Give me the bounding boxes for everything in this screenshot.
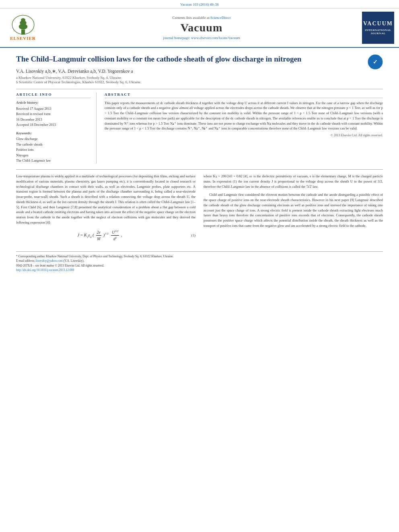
keyword-3: Positive ions: [16, 147, 90, 153]
history-revised-date: 16 December 2013: [16, 117, 90, 123]
divider-body: [16, 169, 383, 170]
article-info-heading: ARTICLE INFO: [16, 92, 90, 98]
authors: V.A. Lisovskiy a,b,∗, V.A. Derevianko a,…: [16, 68, 383, 74]
history-accepted: Accepted 18 December 2013: [16, 122, 90, 128]
history-received: Received 17 August 2013: [16, 106, 90, 112]
body-right-col: where K₁ = 200/243 = 0.82 [4], ε₀ is the…: [204, 174, 383, 246]
divider-top: [16, 89, 383, 89]
equation-u-numer: U3/2: [111, 229, 119, 236]
keyword-5: The Child–Langmuir law: [16, 158, 90, 164]
body-para-1: Low-temperature plasma is widely applied…: [16, 174, 195, 225]
footnote-doi: http://dx.doi.org/10.1016/j.vacuum.2013.…: [16, 268, 383, 272]
journal-volume-info: Vacuum 103 (2014) 49–56: [180, 2, 219, 6]
equation-block: J = K1ε0 ( 2e M )1/2 U3/2 d2 ,: [16, 229, 195, 242]
article-title: The Child–Langmuir collision laws for th…: [16, 54, 383, 64]
affiliation-a: a Kharkov National University, 61022 Kha…: [16, 76, 383, 80]
elsevier-brand-label: ELSEVIER: [10, 36, 36, 41]
keyword-1: Glow discharge: [16, 136, 90, 142]
body-left-col: Low-temperature plasma is widely applied…: [16, 174, 195, 246]
equation-numerator: 2e: [96, 229, 101, 236]
body-para-right-2: Child and Langmuir first considered the …: [204, 192, 383, 228]
svg-text:CrossMark: CrossMark: [370, 66, 380, 69]
journal-name: Vacuum: [45, 21, 358, 34]
copyright-line: © 2013 Elsevier Ltd. All rights reserved…: [105, 134, 383, 137]
keyword-4: Nitrogen: [16, 153, 90, 158]
abstract-col: ABSTRACT This paper reports the measurem…: [105, 92, 383, 164]
footnote-3: 0042-207X/$ – see front matter © 2013 El…: [16, 263, 383, 268]
journal-homepage: journal homepage: www.elsevier.com/locat…: [45, 36, 358, 40]
svg-text:✓: ✓: [373, 59, 378, 65]
keyword-2: The cathode sheath: [16, 142, 90, 148]
equation-fraction: 2e M: [96, 229, 101, 242]
svg-rect-0: [21, 29, 25, 35]
equation-u-frac: U3/2 d2: [111, 229, 119, 242]
contents-available-text: Contents lists available at ScienceDirec…: [45, 16, 358, 20]
abstract-heading: ABSTRACT: [105, 92, 383, 98]
sciencedirect-link[interactable]: ScienceDirect: [210, 16, 230, 20]
keywords-label: Keywords:: [16, 131, 90, 135]
equation-lhs: J: [77, 232, 79, 237]
equation-equals: =: [80, 232, 84, 237]
equation-content: J = K1ε0 ( 2e M )1/2 U3/2 d2 ,: [16, 229, 183, 242]
equation-paren-open: (: [93, 232, 94, 237]
journal-header: ELSEVIER Contents lists available at Sci…: [0, 8, 399, 48]
history-revised-label: Received in revised form: [16, 111, 90, 117]
body-section: Low-temperature plasma is widely applied…: [16, 174, 383, 272]
affiliations: a Kharkov National University, 61022 Kha…: [16, 76, 383, 84]
equation-u-denom: d2: [113, 236, 118, 242]
footnote-2: E-mail address: lisovskiy@yahoo.com (V.A…: [16, 259, 383, 263]
body-para-right-1: where K₁ = 200/243 = 0.82 [4], ε₀ is the…: [204, 174, 383, 189]
vacuum-logo-text: VACUUM: [363, 21, 393, 27]
equation-k1: K: [84, 232, 87, 237]
affiliation-b: b Scientific Center of Physical Technolo…: [16, 80, 383, 84]
journal-top-bar: Vacuum 103 (2014) 49–56: [0, 0, 399, 8]
article-info-col: ARTICLE INFO Article history: Received 1…: [16, 92, 97, 164]
journal-title-center: Contents lists available at ScienceDirec…: [45, 16, 358, 40]
crossmark-icon[interactable]: ✓ CrossMark: [368, 54, 383, 70]
vacuum-logo-box: VACUUM INTERNATIONALJOURNAL: [362, 12, 394, 44]
elsevier-logo: ELSEVIER: [5, 15, 41, 41]
footnote-section: * Corresponding author. Kharkov National…: [16, 251, 383, 272]
equation-number: (1): [183, 233, 195, 238]
elsevier-tree-icon: [10, 15, 36, 35]
article-content: ✓ CrossMark The Child–Langmuir collision…: [0, 48, 399, 279]
footnote-1: * Corresponding author. Kharkov National…: [16, 254, 383, 259]
vacuum-tagline: INTERNATIONALJOURNAL: [365, 29, 391, 35]
doi-link[interactable]: http://dx.doi.org/10.1016/j.vacuum.2013.…: [16, 268, 74, 272]
article-history-label: Article history:: [16, 101, 90, 105]
equation-denominator: M: [96, 236, 101, 242]
svg-point-3: [21, 18, 25, 22]
info-abstract-section: ARTICLE INFO Article history: Received 1…: [16, 92, 383, 164]
abstract-text: This paper reports the measurements of d…: [105, 101, 383, 131]
two-col-body: Low-temperature plasma is widely applied…: [16, 174, 383, 246]
footnote-email-link[interactable]: lisovskiy@yahoo.com: [36, 259, 63, 263]
